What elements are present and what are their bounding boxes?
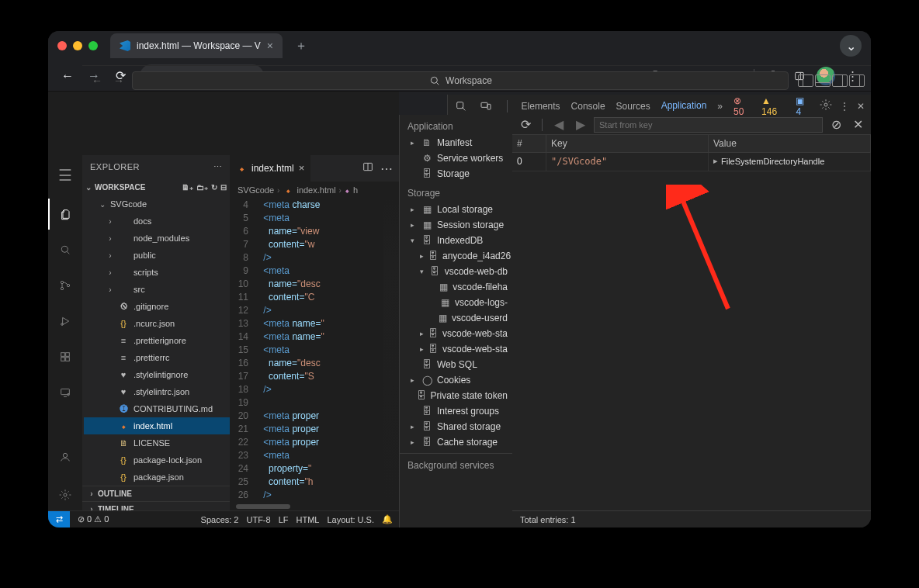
minimap[interactable] [383, 199, 399, 503]
item-vscode-web-db[interactable]: ▾🗄vscode-web-db [400, 264, 512, 279]
item-vscode-web-sta2[interactable]: ▸🗄vscode-web-sta [400, 341, 512, 357]
account-icon[interactable] [48, 444, 82, 475]
editor-more-icon[interactable]: ⋯ [380, 161, 393, 176]
folder-scripts[interactable]: ›scripts [84, 264, 230, 281]
minimize-window[interactable] [73, 41, 82, 50]
folder-docs[interactable]: ›docs [84, 213, 230, 230]
file-stylelintrc[interactable]: ♥.stylelintrc.json [84, 383, 230, 400]
source-control-icon[interactable] [48, 270, 82, 301]
new-tab-button[interactable]: ＋ [292, 36, 310, 55]
remote-indicator[interactable]: ⇄ [48, 511, 70, 528]
outline-section[interactable]: ›OUTLINE [82, 486, 230, 501]
item-anycode-db[interactable]: ▸🗄anycode_i4ad26 [400, 248, 512, 264]
next-page-icon[interactable]: ▶ [572, 116, 589, 133]
toggle-right-panel[interactable] [832, 74, 848, 87]
item-local-storage[interactable]: ▸▦Local storage [400, 202, 512, 217]
refresh-icon[interactable]: ↻ [211, 183, 217, 192]
new-file-icon[interactable]: 🗎₊ [182, 183, 193, 192]
extensions-view-icon[interactable] [48, 341, 82, 372]
collapse-icon[interactable]: ⊟ [220, 183, 227, 192]
item-storage[interactable]: 🗄Storage [400, 166, 512, 182]
item-websql[interactable]: 🗄Web SQL [400, 357, 512, 372]
language-mode[interactable]: HTML [297, 515, 320, 524]
file-license[interactable]: 🗎LICENSE [84, 434, 230, 451]
activity-bar: ☰ [48, 155, 82, 510]
encoding[interactable]: UTF-8 [246, 515, 270, 524]
file-stylelintignore[interactable]: ♥.stylelintignore [84, 366, 230, 383]
file-contributing[interactable]: 🅘CONTRIBUTING.md [84, 400, 230, 417]
prev-page-icon[interactable]: ◀ [550, 116, 567, 133]
notifications-icon[interactable]: 🔔 [382, 514, 393, 524]
command-center[interactable]: Workspace [132, 71, 789, 90]
close-window[interactable] [57, 41, 67, 50]
breadcrumb[interactable]: SVGcode› ⬥index.html› ⬥h [230, 182, 399, 199]
explorer-more-icon[interactable]: ⋯ [213, 162, 223, 172]
problems[interactable]: ⊘ 0 ⚠ 0 [78, 514, 109, 524]
refresh-db-icon[interactable]: ⟳ [517, 116, 534, 133]
code-content[interactable]: <meta charse <meta name="view content="w… [253, 199, 383, 503]
back-button[interactable]: ← [56, 64, 79, 88]
eol[interactable]: LF [279, 515, 289, 524]
indentation[interactable]: Spaces: 2 [201, 515, 239, 524]
remote-explorer-icon[interactable] [48, 377, 82, 408]
item-session-storage[interactable]: ▸▦Session storage [400, 217, 512, 233]
item-cookies[interactable]: ▸◯Cookies [400, 372, 512, 388]
start-key-input[interactable] [594, 117, 823, 133]
file-index-html[interactable]: ⬥index.html [84, 417, 230, 434]
col-key[interactable]: Key [546, 135, 709, 153]
nav-back[interactable]: ← [88, 74, 106, 87]
cell-value[interactable]: ▸FileSystemDirectoryHandle [709, 153, 871, 171]
folder-node-modules[interactable]: ›node_modules [84, 230, 230, 247]
clear-icon[interactable]: ⊘ [827, 116, 844, 133]
folder-src[interactable]: ›src [84, 281, 230, 298]
run-debug-icon[interactable] [48, 306, 82, 337]
file-gitignore[interactable]: 🛇.gitignore [84, 298, 230, 315]
col-value[interactable]: Value [709, 135, 871, 153]
item-vscode-userd[interactable]: ▦vscode-userd [400, 310, 512, 326]
folder-public[interactable]: ›public [84, 247, 230, 264]
item-cache-storage[interactable]: ▸🗄Cache storage [400, 434, 512, 450]
customize-layout[interactable] [849, 74, 865, 87]
item-interest-groups[interactable]: 🗄Interest groups [400, 403, 512, 419]
close-tab-icon[interactable]: × [267, 40, 273, 52]
nav-forward[interactable]: → [110, 74, 127, 87]
svg-point-19 [63, 453, 67, 457]
editor-tab-index[interactable]: ⬥ index.html × [230, 155, 310, 182]
horizontal-scrollbar[interactable] [230, 503, 399, 510]
file-ncurc[interactable]: {}.ncurc.json [84, 315, 230, 332]
close-editor-tab-icon[interactable]: × [299, 162, 305, 174]
maximize-window[interactable] [88, 41, 98, 50]
item-vscode-logs[interactable]: ▦vscode-logs- [400, 295, 512, 310]
section-storage: Storage [400, 182, 512, 202]
settings-gear-icon[interactable] [48, 479, 82, 510]
delete-icon[interactable]: ✕ [849, 116, 866, 133]
workspace-header[interactable]: ⌄ WORKSPACE 🗎₊ 🗀₊ ↻ ⊟ [82, 178, 230, 195]
toggle-bottom-panel[interactable] [815, 74, 831, 87]
explorer-icon[interactable] [48, 199, 82, 230]
file-package-json[interactable]: {}package.json [84, 469, 230, 486]
cell-key[interactable]: "/SVGcode" [546, 153, 709, 171]
item-service-workers[interactable]: ⚙Service workers [400, 150, 512, 166]
file-prettierignore[interactable]: ≡.prettierignore [84, 332, 230, 349]
new-folder-icon[interactable]: 🗀₊ [196, 183, 208, 192]
file-package-lock[interactable]: {}package-lock.json [84, 451, 230, 469]
file-prettierrc[interactable]: ≡.prettierrc [84, 349, 230, 366]
search-icon[interactable] [48, 234, 82, 265]
item-vscode-fileha[interactable]: ▦vscode-fileha [400, 279, 512, 295]
cell-index[interactable]: 0 [512, 153, 546, 171]
item-pst[interactable]: 🗄Private state token [400, 388, 512, 403]
col-index[interactable]: # [512, 135, 546, 153]
item-manifest[interactable]: ▸🗎Manifest [400, 135, 512, 150]
item-indexeddb[interactable]: ▾🗄IndexedDB [400, 233, 512, 248]
item-vscode-web-sta1[interactable]: ▸🗄vscode-web-sta [400, 326, 512, 341]
split-editor-icon[interactable] [362, 161, 374, 176]
search-icon [428, 74, 441, 87]
menu-icon[interactable]: ☰ [48, 160, 82, 191]
keyboard-layout[interactable]: Layout: U.S. [327, 515, 374, 524]
folder-root[interactable]: ⌄SVGcode [84, 195, 230, 213]
browser-tab[interactable]: index.html — Workspace — V × [110, 33, 283, 58]
chevron-down-icon[interactable]: ⌄ [840, 35, 862, 57]
toggle-left-panel[interactable] [798, 74, 813, 87]
timeline-section[interactable]: ›TIMELINE [82, 501, 230, 510]
item-shared-storage[interactable]: ▸🗄Shared storage [400, 419, 512, 434]
